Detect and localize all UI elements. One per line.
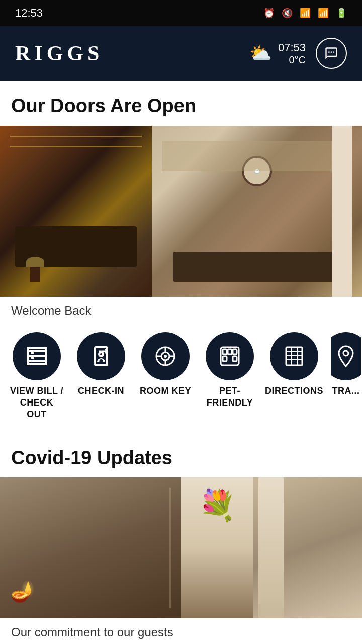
directions-icon-circle — [270, 332, 318, 380]
pet-friendly-icon-circle — [206, 332, 254, 380]
covid-title: Covid-19 Updates — [0, 433, 362, 478]
status-bar: 12:53 ⏰ 🔇 📶 📶 🔋 — [0, 0, 362, 26]
covid-img-center: 💐 — [181, 477, 253, 618]
flower-icon: 💐 — [199, 488, 236, 523]
bill-icon — [25, 344, 49, 368]
svg-rect-2 — [31, 355, 43, 356]
covid-img-right — [253, 477, 362, 618]
view-bill-label: VIEW BILL / CHECK OUT — [9, 385, 64, 421]
room-key-icon-circle — [141, 332, 190, 380]
action-transport[interactable]: TRA... — [331, 332, 361, 421]
battery-icon: 🔋 — [336, 8, 347, 19]
transport-label: TRA... — [332, 385, 360, 397]
check-in-label: CHECK-IN — [78, 385, 124, 397]
app-header: RIGGS ⛅ 07:53 0°C — [0, 26, 362, 80]
view-bill-icon-circle — [13, 332, 61, 380]
key-icon — [153, 344, 177, 368]
action-check-in[interactable]: CHECK-IN — [73, 332, 129, 421]
svg-point-6 — [164, 355, 167, 358]
svg-rect-15 — [223, 356, 227, 361]
lamp-stand — [30, 267, 40, 282]
svg-rect-1 — [31, 357, 34, 359]
svg-rect-12 — [223, 349, 227, 354]
welcome-text: Welcome Back — [0, 297, 362, 327]
covid-image: 🪔 💐 — [0, 477, 362, 618]
svg-rect-16 — [233, 356, 237, 361]
action-pet-friendly[interactable]: PET-FRIENDLY — [202, 332, 257, 421]
svg-rect-14 — [233, 349, 237, 354]
hotel-hero-image: 🕐 — [0, 126, 362, 297]
alarm-icon: ⏰ — [263, 8, 275, 19]
quick-actions-row: VIEW BILL / CHECK OUT CHECK-IN — [0, 327, 362, 433]
directions-icon — [282, 344, 306, 368]
weather-widget: ⛅ 07:53 0°C — [249, 41, 306, 66]
action-directions[interactable]: DIRECTIONS — [266, 332, 322, 421]
weather-details: 07:53 0°C — [278, 41, 306, 66]
mute-icon: 🔇 — [282, 8, 293, 19]
lobby-right: 🕐 — [152, 126, 362, 297]
pet-icon — [218, 344, 242, 368]
pet-friendly-label: PET-FRIENDLY — [202, 385, 257, 409]
header-right: ⛅ 07:53 0°C — [249, 38, 347, 69]
signal-icon: 📶 — [318, 8, 329, 19]
room-key-label: ROOM KEY — [140, 385, 191, 397]
directions-label: DIRECTIONS — [265, 385, 323, 397]
cloud-icon: ⛅ — [249, 43, 272, 64]
transport-icon-circle — [331, 332, 361, 380]
reception-desk — [173, 252, 341, 282]
hotel-logo: RIGGS — [15, 41, 103, 65]
hero-image-placeholder: 🕐 — [0, 126, 362, 297]
divider — [169, 488, 171, 608]
weather-time: 07:53 — [278, 41, 306, 54]
svg-rect-0 — [31, 352, 34, 354]
status-icons: ⏰ 🔇 📶 📶 🔋 — [263, 8, 347, 19]
checkin-icon — [89, 344, 113, 368]
status-time: 12:53 — [15, 7, 43, 20]
decorative-bar2 — [10, 146, 142, 147]
check-in-icon-circle — [77, 332, 125, 380]
decorative-bar — [10, 136, 142, 137]
doors-open-title: Our Doors Are Open — [0, 80, 362, 126]
artwork — [162, 141, 332, 171]
svg-rect-13 — [228, 349, 232, 354]
covid-image-placeholder: 🪔 💐 — [0, 477, 362, 618]
weather-temp: 0°C — [289, 54, 306, 66]
covid-img-left: 🪔 — [0, 477, 181, 618]
action-room-key[interactable]: ROOM KEY — [138, 332, 193, 421]
lamp-shade — [26, 257, 44, 267]
lobby-column — [332, 126, 352, 297]
wifi-icon: 📶 — [300, 8, 311, 19]
commitment-text: Our commitment to our guests — [0, 618, 362, 644]
svg-rect-17 — [286, 347, 302, 365]
transport-icon — [334, 344, 358, 368]
lamp-icon: 🪔 — [10, 580, 35, 603]
lobby-left — [0, 126, 152, 297]
main-content: Our Doors Are Open 🕐 Welcome Back — [0, 80, 362, 644]
column-element — [258, 477, 284, 618]
chat-button[interactable] — [316, 38, 347, 69]
action-view-bill[interactable]: VIEW BILL / CHECK OUT — [9, 332, 64, 421]
chat-icon — [324, 46, 338, 60]
